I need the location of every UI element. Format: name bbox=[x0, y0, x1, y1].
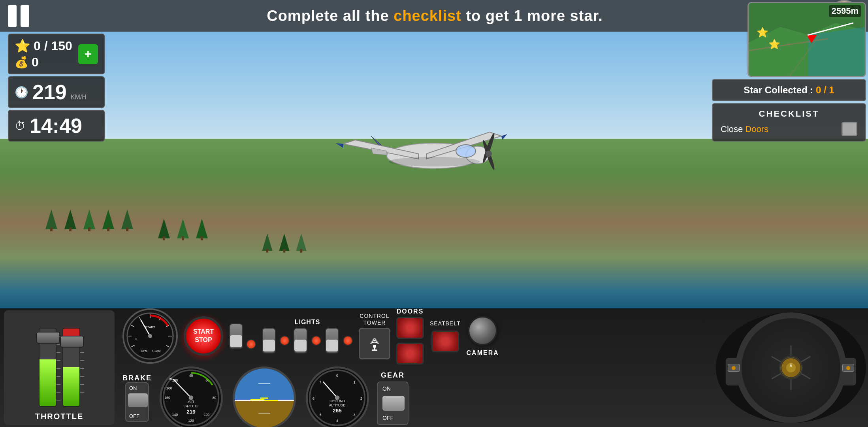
star-row: ⭐ 0 / 150 bbox=[15, 38, 72, 53]
top-banner: Complete all the checklist to get 1 more… bbox=[0, 0, 868, 32]
door-toggle-1[interactable] bbox=[396, 317, 424, 339]
coin-row: 💰 0 bbox=[15, 55, 72, 70]
light-toggle-3[interactable] bbox=[325, 328, 339, 353]
brake-toggle[interactable]: ON OFF bbox=[125, 382, 149, 422]
gear-handle bbox=[382, 396, 405, 411]
light-toggle-2[interactable] bbox=[294, 328, 307, 353]
light-toggle-1[interactable] bbox=[262, 328, 276, 353]
checklist-text-before: Complete all the bbox=[267, 8, 394, 24]
coin-score: 0 bbox=[32, 55, 39, 70]
score-panel: ⭐ 0 / 150 💰 0 + bbox=[8, 34, 105, 74]
svg-text:ALTITUDE: ALTITUDE bbox=[329, 403, 346, 407]
pause-bar-1 bbox=[8, 5, 17, 27]
gear-toggle[interactable]: ON OFF bbox=[377, 382, 409, 425]
trees-mid-left bbox=[156, 217, 210, 240]
toggle-switch-1[interactable] bbox=[229, 323, 243, 349]
throttle-handle-right[interactable] bbox=[60, 336, 84, 348]
camera-knob[interactable] bbox=[468, 316, 497, 346]
svg-marker-15 bbox=[64, 210, 76, 229]
svg-text:RPM: RPM bbox=[141, 350, 147, 352]
airspeed-gauge-container: 40 60 80 100 120 140 160 180 200 220 bbox=[160, 367, 223, 427]
checklist-panel: CHECKLIST Close Doors bbox=[712, 103, 866, 142]
svg-text:7: 7 bbox=[320, 380, 322, 384]
score-info: ⭐ 0 / 150 💰 0 bbox=[15, 38, 72, 70]
checklist-banner: Complete all the checklist to get 1 more… bbox=[41, 8, 828, 25]
game-viewport bbox=[0, 0, 868, 308]
svg-marker-33 bbox=[296, 233, 306, 251]
svg-marker-17 bbox=[83, 210, 95, 229]
add-button[interactable]: + bbox=[78, 44, 98, 64]
svg-text:80: 80 bbox=[213, 396, 217, 400]
svg-marker-31 bbox=[279, 233, 289, 251]
lights-label: LIGHTS bbox=[295, 319, 320, 326]
brake-off-text: OFF bbox=[129, 413, 145, 419]
lights-row bbox=[262, 328, 353, 353]
svg-point-11 bbox=[486, 151, 492, 157]
svg-text:200: 200 bbox=[166, 386, 172, 390]
throttle-handle-left[interactable] bbox=[36, 332, 60, 344]
toggle-switches bbox=[229, 323, 256, 349]
start-stop-button[interactable]: START STOP bbox=[184, 316, 223, 356]
minimap-star-1: ⭐ bbox=[757, 27, 768, 38]
svg-text:220: 220 bbox=[166, 377, 172, 381]
tower-label: CONTROL TOWER bbox=[360, 313, 389, 326]
svg-rect-16 bbox=[69, 227, 72, 231]
star-icon: ⭐ bbox=[15, 38, 30, 53]
svg-marker-13 bbox=[45, 210, 57, 229]
control-tower-section: CONTROL TOWER bbox=[359, 313, 390, 360]
minimap: 2595m ⭐ ⭐ ▶ bbox=[747, 2, 866, 77]
svg-rect-22 bbox=[126, 227, 128, 231]
svg-marker-21 bbox=[121, 210, 133, 229]
gear-section: GEAR ON OFF bbox=[377, 371, 409, 425]
close-prefix: Close bbox=[721, 124, 745, 134]
svg-marker-5 bbox=[335, 143, 343, 148]
svg-rect-20 bbox=[107, 227, 109, 231]
altitude-gauge-container: 0 1 2 3 4 5 6 7 GROUND ALTITUDE bbox=[306, 367, 369, 427]
steering-wheel[interactable] bbox=[736, 312, 846, 423]
svg-rect-14 bbox=[50, 227, 53, 231]
tower-button[interactable] bbox=[359, 328, 390, 359]
svg-text:SPEED: SPEED bbox=[185, 404, 198, 408]
door-toggle-2[interactable] bbox=[396, 343, 424, 365]
pause-button[interactable] bbox=[8, 5, 29, 27]
throttle-label: THROTTLE bbox=[35, 412, 84, 421]
svg-text:265: 265 bbox=[333, 408, 342, 414]
steering-wheel-container bbox=[716, 312, 866, 423]
speed-value: 219 bbox=[32, 80, 67, 104]
svg-text:4: 4 bbox=[336, 419, 338, 423]
svg-text:160: 160 bbox=[164, 396, 170, 400]
svg-text:140: 140 bbox=[172, 413, 178, 417]
seatbelt-label: SEATBELT bbox=[430, 320, 461, 327]
light-indicator-1 bbox=[280, 336, 290, 346]
checklist-checkbox[interactable] bbox=[842, 122, 857, 136]
checklist-highlight: checklist bbox=[394, 8, 461, 24]
throttle-section: THROTTLE bbox=[4, 310, 115, 425]
svg-marker-23 bbox=[158, 219, 170, 238]
time-panel: ⏱ 14:49 bbox=[8, 110, 105, 142]
light-indicator-3 bbox=[343, 336, 353, 346]
brake-label: BRAKE bbox=[122, 374, 152, 382]
svg-point-59 bbox=[148, 334, 152, 338]
svg-rect-28 bbox=[201, 236, 203, 240]
pause-bar-2 bbox=[21, 5, 29, 27]
gear-label: GEAR bbox=[381, 371, 405, 380]
svg-rect-34 bbox=[300, 249, 302, 253]
doors-section: DOORS bbox=[396, 308, 424, 365]
svg-text:5: 5 bbox=[320, 413, 322, 417]
svg-rect-24 bbox=[163, 236, 165, 240]
instruments-top-row: START 0 RPM X 1000 START STOP bbox=[119, 304, 714, 365]
coin-icon: 💰 bbox=[15, 56, 28, 69]
left-hud: ⭐ 0 / 150 💰 0 + 🕐 219 KM/H ⏱ 14:49 bbox=[8, 34, 105, 144]
brake-section: BRAKE ON OFF bbox=[122, 374, 152, 422]
svg-text:2: 2 bbox=[360, 397, 362, 401]
rpm-gauge-container: START 0 RPM X 1000 bbox=[122, 308, 178, 364]
svg-text:120: 120 bbox=[188, 419, 194, 423]
horizon-sky bbox=[235, 368, 294, 401]
wheel-grip-right bbox=[840, 358, 856, 385]
svg-marker-6 bbox=[501, 134, 507, 140]
seatbelt-toggle[interactable] bbox=[431, 331, 459, 352]
right-panel: Star Collected : 0 / 1 CHECKLIST Close D… bbox=[712, 79, 866, 142]
svg-point-8 bbox=[456, 145, 476, 157]
clock-icon: ⏱ bbox=[15, 119, 26, 132]
altitude-gauge: 0 1 2 3 4 5 6 7 GROUND ALTITUDE bbox=[306, 367, 369, 427]
